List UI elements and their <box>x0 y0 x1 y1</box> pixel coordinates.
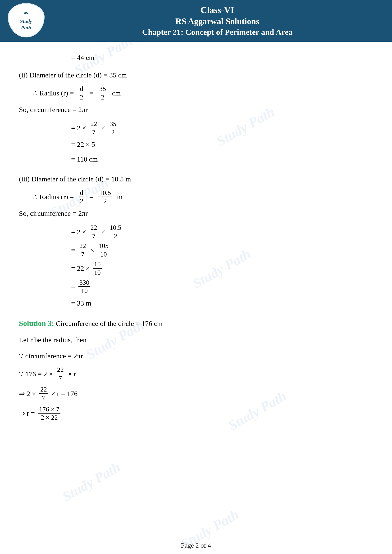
calc-ii-1: = 2 × 22 7 × 35 2 <box>71 120 373 136</box>
radius-iii-line: ∴ Radius (r) = d 2 = 10.5 2 m <box>33 189 373 205</box>
calc-iii-3: = 22 × 15 10 <box>71 260 373 277</box>
watermark-7: Study Path <box>59 459 124 505</box>
calc-iii-block: = 2 × 22 7 × 10.5 2 = 22 7 × <box>71 224 373 310</box>
class-title: Class-VI <box>47 4 387 16</box>
fraction-10.5-2: 10.5 2 <box>98 189 112 205</box>
section-iii: (iii) Diameter of the circle (d) = 10.5 … <box>19 173 373 310</box>
logo-circle: ✒ Study Path <box>8 3 45 37</box>
fraction-d2-iii: d 2 <box>79 189 84 205</box>
fraction-22-7-sol3: 22 7 <box>56 366 65 382</box>
calc-iii-4: = 330 10 <box>71 278 373 295</box>
section-ii-heading: (ii) Diameter of the circle (d) = 35 cm <box>19 69 373 82</box>
section-ii: (ii) Diameter of the circle (d) = 35 cm … <box>19 69 373 165</box>
solution3-line3: ∵ 176 = 2 × 22 7 × r <box>19 366 373 382</box>
solution3-section: Solution 3: Circumference of the circle … <box>19 317 373 422</box>
solution3-line5: ⇒ r = 176 × 7 2 × 22 <box>19 405 373 422</box>
fraction-22-7-ii-1: 22 7 <box>90 120 98 136</box>
solution3-line2: ∵ circumference = 2πr <box>19 350 373 362</box>
radius-ii-line: ∴ Radius (r) = d 2 = 35 2 cm <box>33 85 373 101</box>
fraction-176x7-2x22: 176 × 7 2 × 22 <box>38 405 60 422</box>
solution3-heading: Solution 3: Circumference of the circle … <box>19 317 373 330</box>
pen-icon: ✒ <box>23 9 29 17</box>
rs-title: RS Aggarwal Solutions <box>47 16 387 27</box>
calc-iii-1: = 2 × 22 7 × 10.5 2 <box>71 224 373 240</box>
fraction-10.5-2-calc: 10.5 2 <box>109 224 122 240</box>
page-footer: Page 2 of 4 <box>0 542 392 549</box>
solution3-text: Circumference of the circle = 176 cm <box>56 319 163 327</box>
calc-ii-2: = 22 × 5 <box>71 138 373 151</box>
solution3-line4: ⇒ 2 × 22 7 × r = 176 <box>19 385 373 402</box>
fraction-35-2: 35 2 <box>98 85 107 101</box>
chapter-title: Chapter 21: Concept of Perimeter and Are… <box>47 27 387 37</box>
therefore-ii: ∴ Radius (r) = <box>33 87 76 99</box>
circumference-label-iii: So, circumference = 2πr <box>19 207 373 220</box>
result-44: = 44 cm <box>71 51 373 64</box>
page-header: ✒ Study Path Class-VI RS Aggarwal Soluti… <box>0 0 392 42</box>
circumference-label-ii: So, circumference = 2πr <box>19 103 373 116</box>
logo-text: Study Path <box>20 18 32 31</box>
fraction-35-2-calc: 35 2 <box>109 120 117 136</box>
calc-iii-2: = 22 7 × 105 10 <box>71 242 373 258</box>
fraction-22-7-iii-1: 22 7 <box>90 224 98 240</box>
fraction-15-10: 15 10 <box>93 260 102 277</box>
fraction-22-7-sol3-4: 22 7 <box>39 385 48 402</box>
fraction-330-10: 330 10 <box>78 278 90 295</box>
page-number: Page 2 of 4 <box>181 542 211 549</box>
solution3-line1: Let r be the radius, then <box>19 333 373 346</box>
fraction-22-7-iii-2: 22 7 <box>78 242 87 258</box>
solution3-label: Solution 3: <box>19 319 54 328</box>
calc-ii-block: = 2 × 22 7 × 35 2 = 22 × 5 = 110 cm <box>71 120 373 166</box>
header-text: Class-VI RS Aggarwal Solutions Chapter 2… <box>5 4 387 37</box>
main-content: = 44 cm (ii) Diameter of the circle (d) … <box>0 42 392 447</box>
calc-iii-5: = 33 m <box>71 297 373 310</box>
fraction-d2-ii: d 2 <box>79 85 84 101</box>
calc-ii-3: = 110 cm <box>71 153 373 166</box>
section-iii-heading: (iii) Diameter of the circle (d) = 10.5 … <box>19 173 373 186</box>
fraction-105-10: 105 10 <box>98 242 110 258</box>
logo-area: ✒ Study Path <box>2 2 50 38</box>
